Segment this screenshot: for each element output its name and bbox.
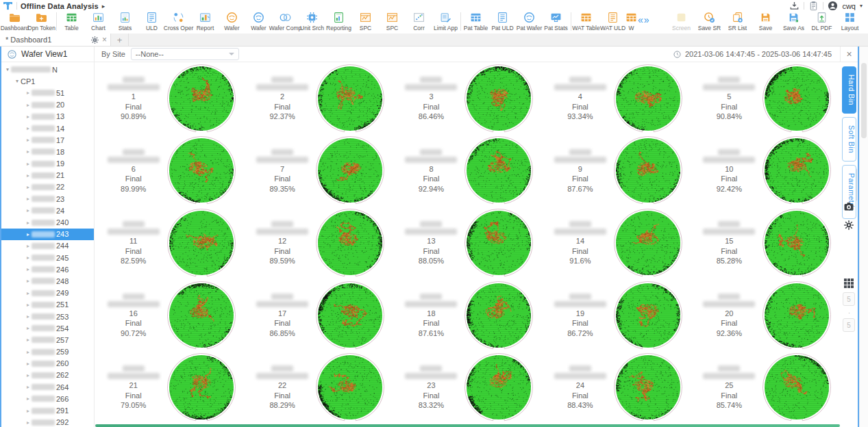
download-icon[interactable]: [789, 1, 799, 11]
tree-node-cp1[interactable]: ▾CP1: [1, 75, 94, 87]
right-tab-soft-bin[interactable]: Soft Bin: [842, 117, 856, 161]
tree-item-257[interactable]: ▸257: [1, 334, 94, 346]
wafer-map[interactable]: [613, 281, 683, 350]
wafer-map[interactable]: [315, 281, 385, 350]
user-avatar-icon[interactable]: [828, 1, 838, 11]
user-menu-caret-icon[interactable]: ▾: [860, 3, 863, 9]
caret-right-icon[interactable]: ▸: [25, 396, 32, 402]
caret-right-icon[interactable]: ▸: [25, 207, 32, 214]
toolbar-button-wafer[interactable]: Wafer: [245, 12, 272, 31]
vertical-scrollbar-thumb[interactable]: [861, 63, 867, 138]
wafer-map[interactable]: [464, 135, 534, 205]
tab-dashboard1[interactable]: * Dashboard1 ×: [0, 34, 111, 46]
tree-item-22[interactable]: ▸22: [1, 181, 94, 193]
caret-right-icon[interactable]: ▸: [25, 384, 32, 390]
tree-item-21[interactable]: ▸21: [1, 170, 94, 181]
caret-right-icon[interactable]: ▸: [25, 125, 32, 131]
tree-item-259[interactable]: ▸259: [1, 346, 94, 358]
toolbar-button-wat-table[interactable]: WAT Table: [573, 12, 599, 31]
tree-item-13[interactable]: ▸13: [1, 111, 94, 122]
tree-item-24[interactable]: ▸24: [1, 205, 94, 216]
toolbar-button-limit-app[interactable]: Limit App: [432, 12, 459, 31]
wafer-map[interactable]: [762, 352, 832, 422]
toolbar-button-pat-stats[interactable]: Pat Stats: [543, 12, 569, 31]
right-tab-hard-bin[interactable]: Hard Bin: [842, 66, 856, 114]
wafer-map[interactable]: [613, 135, 683, 205]
caret-right-icon[interactable]: ▸: [25, 172, 32, 179]
wafer-map[interactable]: [315, 208, 385, 278]
camera-icon[interactable]: [843, 201, 854, 212]
toolbar-button-stats[interactable]: Stats: [112, 12, 138, 31]
wafer-map[interactable]: [464, 281, 534, 350]
caret-right-icon[interactable]: ▸: [25, 196, 32, 202]
toolbar-button-save[interactable]: Save: [752, 12, 780, 31]
caret-right-icon[interactable]: ▸: [25, 243, 32, 249]
wafer-map[interactable]: [762, 208, 832, 278]
wafer-map[interactable]: [166, 352, 236, 422]
tree-item-260[interactable]: ▸260: [1, 358, 94, 370]
tree-item-240[interactable]: ▸240: [1, 216, 94, 228]
toolbar-button-uld[interactable]: ULD: [138, 12, 165, 31]
caret-down-icon[interactable]: ▾: [4, 66, 11, 73]
wafer-map[interactable]: [166, 281, 236, 350]
tree-item-262[interactable]: ▸262: [1, 370, 94, 381]
wafer-map[interactable]: [166, 208, 236, 278]
toolbar-button-spc[interactable]: SPC: [379, 12, 406, 31]
caret-down-icon[interactable]: ▾: [14, 78, 21, 84]
tree-item-18[interactable]: ▸18: [1, 146, 94, 157]
toolbar-button-save-as[interactable]: Save As: [780, 12, 808, 31]
wafer-map[interactable]: [315, 352, 385, 422]
tree-item-253[interactable]: ▸253: [1, 311, 94, 322]
wafer-map[interactable]: [762, 64, 832, 133]
grid-cols-input[interactable]: 5: [843, 318, 855, 332]
caret-right-icon[interactable]: ▸: [25, 325, 32, 331]
toolbar-button-sr-list[interactable]: SR List: [723, 12, 752, 31]
by-site-select[interactable]: --None--: [131, 48, 239, 60]
grid-rows-input[interactable]: 5: [843, 292, 855, 306]
caret-right-icon[interactable]: ▸: [25, 231, 32, 237]
toolbar-button-dashboard[interactable]: Dashboard: [1, 12, 28, 31]
toolbar-button-spc[interactable]: SPC: [352, 12, 379, 31]
toolbar-button-corr[interactable]: Corr: [406, 12, 432, 31]
tree-item-292[interactable]: ▸292: [1, 417, 94, 427]
wafer-map[interactable]: [464, 208, 534, 278]
scroll-right-icon[interactable]: »: [644, 16, 649, 24]
username[interactable]: cwq: [842, 2, 856, 10]
toolbar-button-wafer-comp[interactable]: Wafer Comp: [272, 12, 299, 31]
toolbar-button-save-sr[interactable]: Save SR: [695, 12, 723, 31]
wafer-map[interactable]: [315, 135, 385, 205]
wafer-map[interactable]: [315, 64, 385, 133]
date-range[interactable]: 2021-03-06 14:47:45 - 2025-03-06 14:47:4…: [685, 50, 832, 58]
clipboard-icon[interactable]: [808, 1, 819, 11]
tree-item-23[interactable]: ▸23: [1, 193, 94, 205]
title-caret-icon[interactable]: ▸: [102, 3, 106, 10]
caret-right-icon[interactable]: ▸: [25, 266, 32, 272]
caret-right-icon[interactable]: ▸: [25, 114, 32, 120]
wafer-map[interactable]: [613, 64, 683, 133]
toolbar-button-wafer[interactable]: Wafer: [219, 12, 245, 31]
panel-close-icon[interactable]: ×: [840, 47, 858, 62]
wafer-map[interactable]: [613, 208, 683, 278]
caret-right-icon[interactable]: ▸: [25, 184, 32, 190]
toolbar-button-unit-srch[interactable]: Unit Srch: [299, 12, 325, 31]
scroll-left-icon[interactable]: «: [638, 16, 643, 24]
caret-right-icon[interactable]: ▸: [25, 102, 32, 108]
tab-settings-gear-icon[interactable]: [90, 36, 99, 44]
tree-item-254[interactable]: ▸254: [1, 322, 94, 334]
caret-right-icon[interactable]: ▸: [25, 255, 32, 261]
tree-item-248[interactable]: ▸248: [1, 275, 94, 287]
tree-item-20[interactable]: ▸20: [1, 99, 94, 111]
tree-item-249[interactable]: ▸249: [1, 287, 94, 299]
caret-right-icon[interactable]: ▸: [25, 419, 32, 426]
tree-item-244[interactable]: ▸244: [1, 240, 94, 252]
toolbar-button-reporting[interactable]: Reporting: [325, 12, 352, 31]
caret-right-icon[interactable]: ▸: [25, 372, 32, 378]
caret-right-icon[interactable]: ▸: [25, 313, 32, 320]
grid-layout-icon[interactable]: [844, 279, 854, 288]
toolbar-button-wat-uld[interactable]: WAT ULD: [599, 12, 626, 31]
tree-item-264[interactable]: ▸264: [1, 381, 94, 393]
toolbar-button-truncated[interactable]: W: [626, 12, 636, 31]
toolbar-button-pat-wafer[interactable]: Pat Wafer: [516, 12, 543, 31]
tree-root-item[interactable]: ▾N: [1, 64, 94, 75]
tree-item-14[interactable]: ▸14: [1, 122, 94, 134]
